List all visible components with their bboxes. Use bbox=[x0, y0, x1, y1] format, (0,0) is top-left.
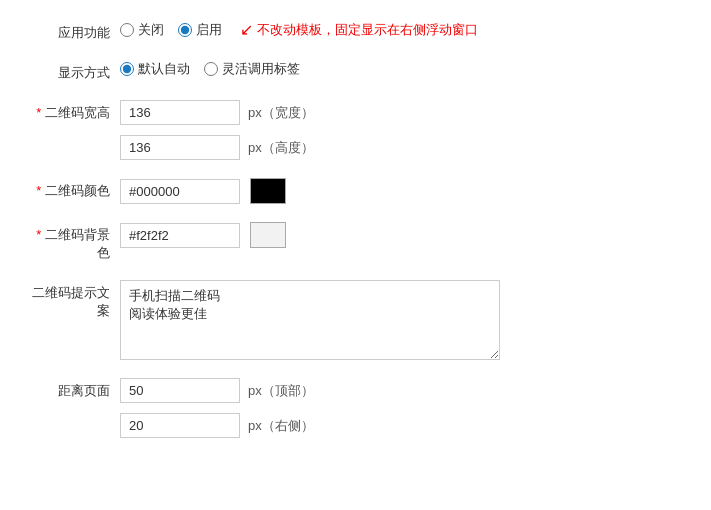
qr-color-row: 二维码颜色 bbox=[30, 178, 681, 204]
qr-size-row: 二维码宽高 px（宽度） px（高度） bbox=[30, 100, 681, 160]
radio-auto-label: 默认自动 bbox=[138, 60, 190, 78]
qr-width-row: px（宽度） bbox=[120, 100, 314, 125]
radio-on-input[interactable] bbox=[178, 23, 192, 37]
radio-off-input[interactable] bbox=[120, 23, 134, 37]
distance-top-unit: px（顶部） bbox=[248, 382, 314, 400]
color-preview-gray[interactable] bbox=[250, 222, 286, 248]
qr-color-content bbox=[120, 178, 286, 204]
distance-inputs: px（顶部） px（右侧） bbox=[120, 378, 314, 438]
qr-tip-textarea[interactable]: 手机扫描二维码 阅读体验更佳 bbox=[120, 280, 500, 360]
arrow-note: ↙ 不改动模板，固定显示在右侧浮动窗口 bbox=[234, 20, 478, 39]
apply-radio-group: 关闭 启用 bbox=[120, 21, 222, 39]
qr-bg-row: 二维码背景色 bbox=[30, 222, 681, 262]
radio-auto-input[interactable] bbox=[120, 62, 134, 76]
color-preview-black[interactable] bbox=[250, 178, 286, 204]
qr-color-input[interactable] bbox=[120, 179, 240, 204]
distance-row: 距离页面 px（顶部） px（右侧） bbox=[30, 378, 681, 438]
qr-tip-label: 二维码提示文案 bbox=[30, 280, 120, 320]
qr-size-inputs: px（宽度） px（高度） bbox=[120, 100, 314, 160]
radio-flexible-label: 灵活调用标签 bbox=[222, 60, 300, 78]
qr-height-row: px（高度） bbox=[120, 135, 314, 160]
radio-on-label: 启用 bbox=[196, 21, 222, 39]
distance-top-input[interactable] bbox=[120, 378, 240, 403]
radio-flexible[interactable]: 灵活调用标签 bbox=[204, 60, 300, 78]
radio-flexible-input[interactable] bbox=[204, 62, 218, 76]
radio-off[interactable]: 关闭 bbox=[120, 21, 164, 39]
display-label: 显示方式 bbox=[30, 60, 120, 82]
qr-width-unit: px（宽度） bbox=[248, 104, 314, 122]
distance-right-input[interactable] bbox=[120, 413, 240, 438]
radio-off-label: 关闭 bbox=[138, 21, 164, 39]
qr-height-input[interactable] bbox=[120, 135, 240, 160]
distance-right-row: px（右侧） bbox=[120, 413, 314, 438]
qr-width-input[interactable] bbox=[120, 100, 240, 125]
note-text: 不改动模板，固定显示在右侧浮动窗口 bbox=[257, 21, 478, 39]
qr-size-label: 二维码宽高 bbox=[30, 100, 120, 122]
distance-top-row: px（顶部） bbox=[120, 378, 314, 403]
qr-bg-label: 二维码背景色 bbox=[30, 222, 120, 262]
qr-bg-input[interactable] bbox=[120, 223, 240, 248]
distance-label: 距离页面 bbox=[30, 378, 120, 400]
display-radio-group: 默认自动 灵活调用标签 bbox=[120, 60, 300, 78]
qr-tip-content: 手机扫描二维码 阅读体验更佳 bbox=[120, 280, 500, 360]
distance-right-unit: px（右侧） bbox=[248, 417, 314, 435]
qr-height-unit: px（高度） bbox=[248, 139, 314, 157]
display-content: 默认自动 灵活调用标签 bbox=[120, 60, 300, 78]
qr-bg-content bbox=[120, 222, 286, 248]
qr-tip-row: 二维码提示文案 手机扫描二维码 阅读体验更佳 bbox=[30, 280, 681, 360]
apply-label: 应用功能 bbox=[30, 20, 120, 42]
radio-on[interactable]: 启用 bbox=[178, 21, 222, 39]
radio-auto[interactable]: 默认自动 bbox=[120, 60, 190, 78]
apply-function-row: 应用功能 关闭 启用 ↙ 不改动模板，固定显示在右侧浮动窗口 bbox=[30, 20, 681, 42]
display-mode-row: 显示方式 默认自动 灵活调用标签 bbox=[30, 60, 681, 82]
qr-color-label: 二维码颜色 bbox=[30, 178, 120, 200]
apply-content: 关闭 启用 ↙ 不改动模板，固定显示在右侧浮动窗口 bbox=[120, 20, 478, 39]
